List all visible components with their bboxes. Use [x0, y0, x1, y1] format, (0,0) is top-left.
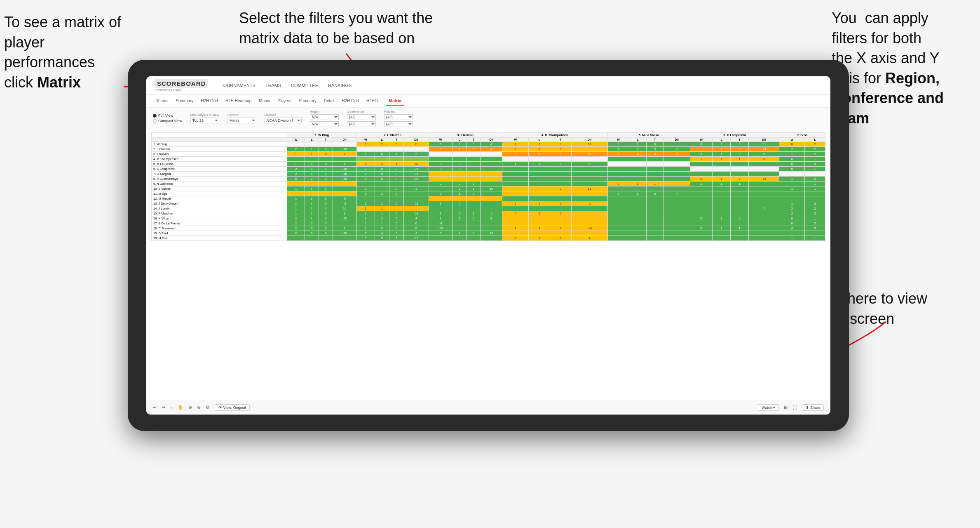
division-filter: Division NCAA Division I	[265, 113, 302, 123]
annotation-left: To see a matrix of player performances c…	[4, 12, 132, 92]
division-select[interactable]: NCAA Division I	[265, 118, 302, 123]
tab-h2ht[interactable]: H2HTr...	[363, 97, 385, 105]
redo-icon[interactable]: ↪	[162, 405, 165, 410]
tab-players[interactable]: Players	[274, 97, 295, 105]
logo-title: SCOREBOARD	[155, 79, 208, 88]
sub-tabs: Teams Summary H2H Grid H2H Heatmap Matri…	[146, 94, 830, 108]
table-row: 17. S De La Fuente 200 1100 -8 02	[152, 221, 825, 226]
region-filter: Region N/A N/A	[310, 110, 339, 127]
table-row: 11. M Ege 010 010 0104	[152, 191, 825, 196]
players-select[interactable]: (All)	[384, 114, 413, 120]
nav-rankings[interactable]: RANKINGS	[328, 81, 352, 90]
undo-icon[interactable]: ↩	[153, 405, 157, 410]
compact-view-option[interactable]: Compact View	[153, 119, 182, 123]
bottom-toolbar: ↩ ↪ ↕ ✋ ⊕ ⊖ ⚙ 👁 View: Original Watch ▾ ⊞…	[146, 400, 830, 415]
share-icon: ⬆	[806, 405, 809, 410]
zoom-in-icon[interactable]: ⊕	[188, 405, 192, 410]
players-filter: Players (All) (All)	[384, 110, 413, 127]
col-m-sasso: 5. M La Sasso	[608, 133, 690, 138]
nav-committee[interactable]: COMMITTEE	[291, 81, 318, 90]
tablet-frame: SCOREBOARD Powered by clippd TOURNAMENTS…	[128, 60, 849, 431]
col-l-clanton: 2. L Clanton	[356, 133, 429, 138]
compact-view-radio	[153, 119, 157, 123]
tab-h2h-grid2[interactable]: H2H Grid	[338, 97, 362, 105]
tab-summary2[interactable]: Summary	[295, 97, 320, 105]
table-row: 9. N Gabrelcik 009 011 111 1	[152, 182, 825, 186]
matrix-table: 1. W Ding 2. L Clanton 3. J Koivun 4. M …	[151, 132, 825, 241]
table-row: 1. W Ding 12011 110-2 12017 010 01013 02	[152, 142, 825, 147]
table-row: 13. J Skov Olesen 110-3 210-19 30 220-1 …	[152, 201, 825, 206]
table-row: 19. D Ford 200-20 240-1 01013	[152, 231, 825, 236]
tablet-screen: SCOREBOARD Powered by clippd TOURNAMENTS…	[146, 76, 830, 415]
table-row: 8. P Summerhays 520-48 200-16 010-13 12	[152, 177, 825, 182]
col-g-sa: 7. G Sa	[779, 133, 825, 138]
view-icon: 👁	[218, 405, 222, 410]
fullscreen-icon[interactable]: ⛶	[792, 405, 797, 410]
conference-select[interactable]: (All)	[347, 114, 376, 120]
tab-h2h-grid[interactable]: H2H Grid	[197, 97, 221, 105]
table-row: 6. C Lamprecht 200-10 200-15 30 01	[152, 167, 825, 172]
scoreboard-logo: SCOREBOARD Powered by clippd	[155, 79, 208, 92]
grid-view-icon[interactable]: ⊞	[784, 405, 788, 410]
nav-bar: SCOREBOARD Powered by clippd TOURNAMENTS…	[146, 76, 830, 94]
view-original-button[interactable]: 👁 View: Original	[215, 404, 250, 411]
col-m-thor: 4. M Thorbjornsen	[502, 133, 607, 138]
col-w-ding: 1. W Ding	[287, 133, 356, 138]
tab-h2h-heatmap[interactable]: H2H Heatmap	[222, 97, 255, 105]
table-row: 4. M Thorbjornsen 111-6 01	[152, 157, 825, 162]
col-header-empty	[152, 133, 287, 138]
matrix-bold-text: Matrix	[37, 74, 81, 91]
table-row: 7. G Sargent 200-48 200-16	[152, 172, 825, 177]
cursor-icon[interactable]: ↕	[170, 405, 173, 410]
annotation-center: Select the filters you want the matrix d…	[239, 8, 453, 48]
full-view-radio	[153, 114, 157, 118]
tab-detail[interactable]: Detail	[321, 97, 338, 105]
table-row: 15. P Maichon 1101 110-19 301-1 410 22	[152, 211, 825, 216]
table-row: 3. J Koivun 1102 1012 01013 04011 0103 1…	[152, 152, 825, 157]
tab-matrix-active[interactable]: Matrix	[386, 97, 404, 106]
nav-teams[interactable]: TEAMS	[265, 81, 281, 90]
matrix-content: 1. W Ding 2. L Clanton 3. J Koivun 4. M …	[146, 129, 830, 400]
col-c-lamp: 6. C Lamprecht	[690, 133, 779, 138]
nav-items: TOURNAMENTS TEAMS COMMITTEE RANKINGS	[220, 81, 352, 90]
gender-select[interactable]: Men's	[227, 118, 256, 123]
region-select2[interactable]: N/A	[310, 121, 339, 127]
filter-bar: Full View Compact View Max players in vi…	[146, 108, 830, 129]
tab-matrix[interactable]: Matrix	[256, 97, 273, 105]
zoom-out-icon[interactable]: ⊖	[197, 405, 201, 410]
region-select[interactable]: N/A	[310, 114, 339, 120]
table-row: 12. M Riedel 110-6	[152, 196, 825, 201]
max-players-filter: Max players in view Top 25	[190, 113, 219, 123]
share-button[interactable]: ⬆ Share	[802, 404, 824, 411]
col-j-koivun: 3. J Koivun	[429, 133, 502, 138]
gender-filter: Gender Men's	[227, 113, 256, 123]
table-row: 20. M Ford 331-11 0107 11	[152, 236, 825, 241]
view-selector: Full View Compact View	[153, 113, 182, 123]
watch-chevron: ▾	[773, 405, 775, 410]
full-view-option[interactable]: Full View	[153, 113, 182, 118]
settings-icon[interactable]: ⚙	[206, 405, 210, 410]
hand-icon[interactable]: ✋	[178, 405, 183, 410]
annotation-right: You can apply filters for both the X axi…	[832, 8, 968, 129]
conference-filter: Conference (All) (All)	[347, 110, 376, 127]
tab-summary[interactable]: Summary	[172, 97, 197, 105]
conference-select2[interactable]: (All)	[347, 121, 376, 127]
table-row: 16. K Vilips 210-25 2204 3308 010 01	[152, 216, 825, 221]
watch-button[interactable]: Watch ▾	[758, 404, 779, 411]
table-row: 5. M La Sasso 1006 24124 30 1106 03	[152, 162, 825, 167]
table-row: 2. L Clanton 210-16 010-2 020 100-1 10-2…	[152, 147, 825, 152]
players-select2[interactable]: (All)	[384, 121, 413, 127]
table-row: 10. B Valdes 111 001 0110 011 11	[152, 186, 825, 191]
tab-teams[interactable]: Teams	[153, 97, 171, 105]
logo-subtitle: Powered by clippd	[155, 88, 208, 92]
max-players-select[interactable]: Top 25	[190, 118, 219, 123]
nav-tournaments[interactable]: TOURNAMENTS	[220, 81, 256, 90]
table-row: 14. J Lundin 11010 11 -7 22	[152, 206, 825, 211]
table-row: 18. C Sherwood 2001 1300 -13 220-10 011 …	[152, 226, 825, 231]
